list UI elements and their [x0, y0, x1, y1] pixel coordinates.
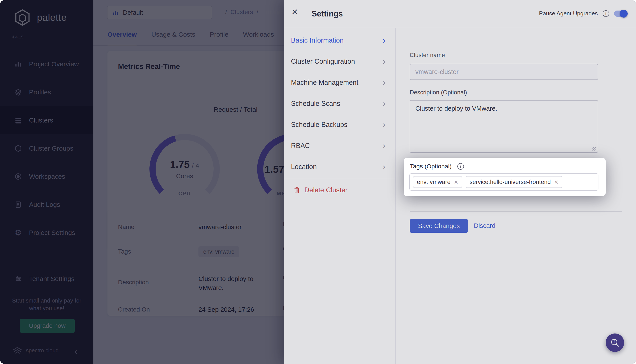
tag-chip-label: env: vmware [417, 179, 451, 186]
tags-input[interactable]: env: vmware × service:hello-universe-fro… [409, 174, 598, 190]
app-root: palette 4.4.19 Project Overview Profiles… [0, 0, 636, 364]
tag-chip-env-vmware: env: vmware × [413, 176, 462, 188]
tag-chip-label: service:hello-universe-frontend [470, 179, 551, 186]
tags-label-row: Tags (Optional) i [410, 163, 464, 170]
remove-tag-icon[interactable]: × [454, 178, 458, 186]
tags-spotlight-card: Tags (Optional) i env: vmware × service:… [404, 158, 606, 196]
info-icon[interactable]: i [457, 163, 464, 170]
remove-tag-icon[interactable]: × [554, 178, 558, 186]
tag-chip-service-frontend: service:hello-universe-frontend × [466, 176, 562, 188]
tags-label: Tags (Optional) [410, 163, 452, 170]
